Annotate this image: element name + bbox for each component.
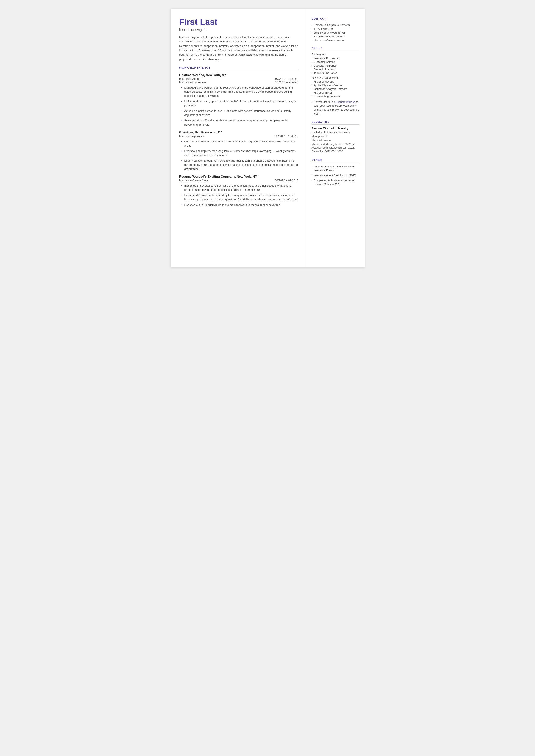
edu-major: Major in Finance <box>312 139 359 142</box>
role-dates-2a: 05/2017 – 10/2019 <box>275 134 298 138</box>
candidate-title: Insurance Agent <box>179 28 298 32</box>
role-row-1b: Insurance Underwriter 10/2018 – Present <box>179 81 298 84</box>
bullet-2-2: Oversaw and implemented long-term custom… <box>181 149 298 157</box>
other-item-1: Attended the 2011 and 2013 World Insuran… <box>312 165 359 172</box>
bullet-list-2: Collaborated with top executives to set … <box>181 139 298 171</box>
edu-block: Resume Worded University Bachelor of Sci… <box>312 127 359 154</box>
contact-section: CONTACT Denver, OH (Open to Remote) +1-2… <box>312 17 359 42</box>
skill-applied-systems-vision: Applied Systems Vision <box>312 84 359 87</box>
candidate-name: First Last <box>179 17 298 27</box>
bullet-1-1: Managed a five-person team to restructur… <box>181 86 298 98</box>
employer-name-3: Resume Worded's Exciting Company, New Yo… <box>179 175 298 178</box>
techniques-label: Techniques: <box>312 53 359 56</box>
skill-term-life-insurance: Term Life Insurance <box>312 71 359 74</box>
role-title-1b: Insurance Underwriter <box>179 81 207 84</box>
employer-name-2: Growthsi, San Francisco, CA <box>179 130 298 134</box>
contact-phone: +1-234-456-789 <box>312 27 359 30</box>
role-row-1a: Insurance Agent 07/2019 – Present <box>179 77 298 80</box>
contact-email: email@resumeworded.com <box>312 31 359 34</box>
skills-section: SKILLS Techniques: Insurance Brokerage C… <box>312 47 359 116</box>
skill-customer-service: Customer Service <box>312 61 359 64</box>
role-row-2a: Insurance Appraiser 05/2017 – 10/2019 <box>179 134 298 138</box>
contact-linkedin: linkedin.com/in/username <box>312 35 359 38</box>
tools-label: Tools and Frameworks: <box>312 76 359 79</box>
contact-heading: CONTACT <box>312 17 359 21</box>
bullet-1-2: Maintained accurate, up-to-date files on… <box>181 99 298 107</box>
name-title-block: First Last Insurance Agent <box>179 17 298 32</box>
education-section: EDUCATION Resume Worded University Bache… <box>312 121 359 154</box>
skills-heading: SKILLS <box>312 47 359 51</box>
contact-location: Denver, OH (Open to Remote) <box>312 23 359 26</box>
skill-insurance-analysis: Insurance Analysis Software <box>312 88 359 91</box>
skill-microsoft-excel: Microsoft Excel <box>312 91 359 94</box>
bullet-list-1: Managed a five-person team to restructur… <box>181 86 298 127</box>
other-item-2: Insurance Agent Certification (2017) <box>312 174 359 177</box>
employer-block-2: Growthsi, San Francisco, CA Insurance Ap… <box>179 130 298 171</box>
role-row-3a: Insurance Claims Clerk 08/2012 – 01/2015 <box>179 179 298 182</box>
role-dates-1a: 07/2019 – Present <box>275 77 298 80</box>
work-experience-heading: WORK EXPERIENCE <box>179 66 298 70</box>
employer-block-3: Resume Worded's Exciting Company, New Yo… <box>179 175 298 207</box>
bullet-2-1: Collaborated with top executives to set … <box>181 139 298 148</box>
bullet-3-3: Reached out to 5 underwriters to submit … <box>181 203 298 207</box>
right-column: CONTACT Denver, OH (Open to Remote) +1-2… <box>306 9 365 267</box>
skill-underwriting-software: Underwriting Software <box>312 95 359 98</box>
edu-awards: Awards: Top Insurance Broker - 2016, Dea… <box>312 146 359 154</box>
education-heading: EDUCATION <box>312 121 359 125</box>
skill-casualty-insurance: Casualty Insurance <box>312 64 359 67</box>
other-section: OTHER Attended the 2011 and 2013 World I… <box>312 158 359 186</box>
skill-microsoft-access: Microsoft Access <box>312 80 359 83</box>
role-dates-1b: 10/2018 – Present <box>275 81 298 84</box>
role-title-1a: Insurance Agent <box>179 77 200 80</box>
other-heading: OTHER <box>312 158 359 162</box>
work-experience-section: WORK EXPERIENCE Resume Worded, New York,… <box>179 66 298 207</box>
bullet-list-3: Inspected the overall condition, kind of… <box>181 183 298 207</box>
edu-minors: Minors in Marketing, MBA — 05/2017 <box>312 142 359 146</box>
role-dates-3a: 08/2012 – 01/2015 <box>275 179 298 182</box>
contact-github: github.com/resumeworded <box>312 39 359 42</box>
bullet-1-4: Averaged about 40 calls per day for new … <box>181 118 298 126</box>
role-title-3a: Insurance Claims Clerk <box>179 179 209 182</box>
employer-block-1: Resume Worded, New York, NY Insurance Ag… <box>179 73 298 127</box>
resume-page: First Last Insurance Agent Insurance Age… <box>171 9 365 267</box>
edu-degree: Bachelor of Science in Business Manageme… <box>312 130 359 138</box>
bullet-3-2: Requested 3 policyholders hired by the c… <box>181 193 298 201</box>
bullet-3-1: Inspected the overall condition, kind of… <box>181 183 298 192</box>
summary-text: Insurance Agent with ten years of experi… <box>179 35 298 61</box>
bullet-2-3: Examined over 20 contract insurance and … <box>181 159 298 171</box>
edu-school: Resume Worded University <box>312 127 359 130</box>
employer-name-1: Resume Worded, New York, NY <box>179 73 298 77</box>
bullet-1-3: Acted as a point person for over 100 cli… <box>181 109 298 117</box>
role-title-2a: Insurance Appraiser <box>179 134 205 138</box>
skill-insurance-brokerage: Insurance Brokerage <box>312 57 359 60</box>
promo-block: Don't forget to use Resume Worded to sca… <box>312 100 359 116</box>
left-column: First Last Insurance Agent Insurance Age… <box>171 9 306 267</box>
skill-strategic-planning: Strategic Planning <box>312 68 359 71</box>
other-item-3: Completed 8+ business classes on Harvard… <box>312 179 359 186</box>
